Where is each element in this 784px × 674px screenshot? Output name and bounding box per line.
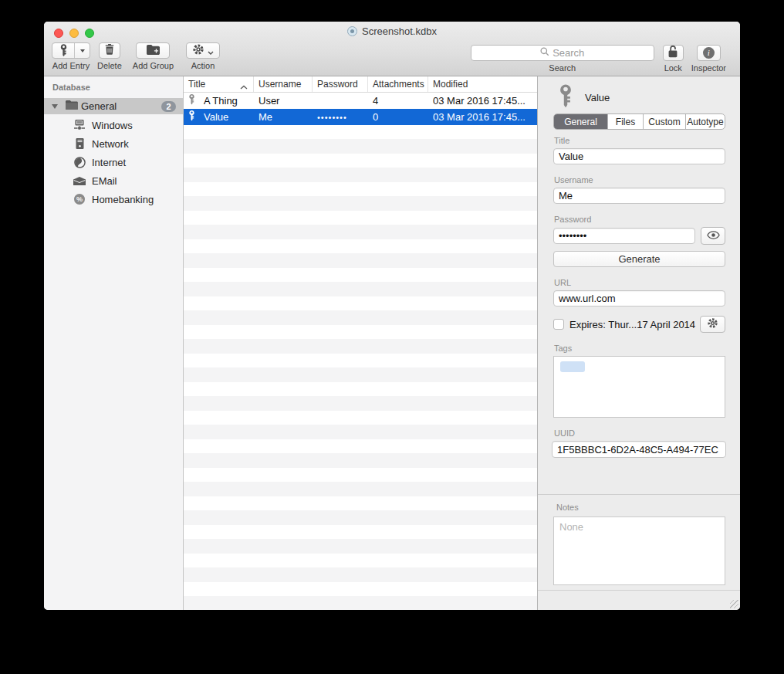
add-entry-dropdown[interactable]	[75, 43, 90, 58]
window-title: Screenshot.kdbx	[362, 25, 437, 37]
table-row-selected[interactable]: Value Me •••••••• 0 03 Mar 2016 17:45...	[184, 109, 537, 125]
tab-files[interactable]: Files	[607, 114, 643, 129]
column-header-attachments[interactable]: Attachments	[368, 76, 428, 92]
reveal-password-button[interactable]	[701, 227, 725, 245]
table-empty-area[interactable]	[184, 125, 537, 610]
table-header: Title Username Password Attachments Modi…	[184, 76, 537, 93]
expires-checkbox[interactable]	[553, 319, 564, 330]
password-field[interactable]	[553, 228, 695, 244]
inspector-panel: Value General Files Custom Autotype Titl…	[537, 76, 740, 610]
folder-icon	[66, 100, 78, 112]
sidebar-section-header: Database	[44, 83, 183, 92]
expires-settings-button[interactable]	[700, 316, 725, 333]
delete-item: Delete	[97, 42, 122, 76]
sidebar-item-windows[interactable]: Windows	[44, 116, 183, 134]
tags-label: Tags	[554, 344, 725, 353]
notes-section: Notes	[538, 494, 740, 590]
search-icon	[540, 47, 549, 59]
username-field[interactable]	[553, 188, 725, 204]
chevron-down-icon	[208, 44, 214, 58]
add-group-label: Add Group	[133, 61, 174, 70]
title-field-label: Title	[554, 136, 725, 145]
add-group-button[interactable]	[136, 42, 170, 59]
cell-username: Me	[254, 111, 313, 123]
search-item: Search Search	[471, 45, 654, 73]
sidebar-item-label: Internet	[92, 157, 126, 168]
sidebar-item-label: Network	[92, 138, 129, 150]
tab-autotype[interactable]: Autotype	[685, 114, 725, 129]
cell-title: A Thing	[204, 95, 238, 107]
add-entry-label: Add Entry	[52, 61, 90, 70]
column-header-modified[interactable]: Modified	[428, 76, 537, 92]
entry-table: Title Username Password Attachments Modi…	[184, 76, 537, 610]
inspector-footer	[538, 590, 740, 610]
notes-label: Notes	[556, 503, 725, 512]
tag-chip[interactable]	[560, 361, 585, 372]
cell-title: Value	[204, 111, 228, 123]
key-plus-icon[interactable]	[52, 43, 75, 58]
titlebar[interactable]: Screenshot.kdbx	[44, 22, 740, 42]
lock-label: Lock	[664, 63, 682, 73]
table-row[interactable]: A Thing User 4 03 Mar 2016 17:45...	[184, 93, 537, 109]
tab-custom[interactable]: Custom	[643, 114, 685, 129]
open-padlock-icon	[667, 45, 678, 61]
column-header-password[interactable]: Password	[313, 76, 368, 92]
action-button[interactable]	[186, 42, 220, 59]
column-header-username[interactable]: Username	[254, 76, 313, 92]
sidebar-item-email[interactable]: EMail	[44, 171, 183, 190]
sort-ascending-icon	[240, 81, 248, 92]
inspector-label: Inspector	[691, 63, 726, 73]
cell-modified: 03 Mar 2016 17:45...	[428, 111, 537, 123]
key-icon	[188, 110, 195, 124]
notes-textarea[interactable]	[553, 517, 725, 585]
gear-icon	[192, 43, 204, 59]
sidebar-item-label: General	[81, 100, 117, 112]
sidebar: Database General 2 Windows Network Inter…	[44, 76, 184, 610]
action-item: Action	[186, 42, 220, 76]
generate-button[interactable]: Generate	[553, 251, 725, 267]
key-icon	[188, 93, 195, 108]
expires-row: Expires: Thur...17 April 2014	[553, 316, 725, 333]
content: Database General 2 Windows Network Inter…	[44, 76, 740, 610]
dropdown-arrow-icon	[80, 49, 85, 52]
gear-icon	[707, 317, 718, 331]
inspector-button[interactable]: i	[697, 45, 721, 61]
sidebar-item-general[interactable]: General 2	[44, 98, 183, 114]
uuid-field[interactable]	[552, 441, 726, 458]
disclosure-triangle-icon[interactable]	[52, 104, 58, 109]
sidebar-item-homebanking[interactable]: % Homebanking	[44, 190, 183, 208]
tab-general[interactable]: General	[554, 114, 607, 129]
column-header-title[interactable]: Title	[184, 76, 254, 92]
delete-label: Delete	[97, 61, 122, 70]
cell-username: User	[254, 95, 313, 107]
title-field[interactable]	[553, 148, 725, 164]
toolbar: Add Entry Delete Add Group Action	[44, 42, 740, 76]
lock-item: Lock	[663, 45, 684, 73]
add-entry-button[interactable]	[52, 42, 90, 59]
resize-grip[interactable]	[730, 600, 738, 608]
delete-button[interactable]	[99, 42, 120, 59]
uuid-label: UUID	[554, 428, 725, 438]
folder-plus-icon	[147, 44, 160, 58]
add-entry-item: Add Entry	[52, 42, 90, 76]
info-icon: i	[703, 47, 715, 59]
cell-attachments: 0	[368, 111, 428, 123]
lock-button[interactable]	[663, 45, 684, 61]
globe-icon	[73, 157, 86, 168]
sidebar-item-network[interactable]: Network	[44, 134, 183, 153]
search-placeholder: Search	[553, 47, 584, 59]
username-field-label: Username	[554, 175, 725, 185]
entry-count-badge: 2	[161, 101, 176, 112]
percent-icon: %	[73, 194, 86, 205]
inspector-tabs: General Files Custom Autotype	[553, 113, 725, 130]
cell-attachments: 4	[368, 95, 428, 107]
trash-icon	[105, 44, 114, 58]
tags-box[interactable]	[553, 356, 725, 418]
eye-icon	[707, 230, 720, 242]
document-proxy-icon[interactable]	[347, 26, 357, 36]
entry-title: Value	[585, 92, 610, 103]
search-input[interactable]: Search	[471, 45, 654, 61]
url-field[interactable]	[553, 290, 725, 307]
sidebar-item-internet[interactable]: Internet	[44, 153, 183, 171]
expires-label: Expires: Thur...17 April 2014	[569, 319, 700, 330]
